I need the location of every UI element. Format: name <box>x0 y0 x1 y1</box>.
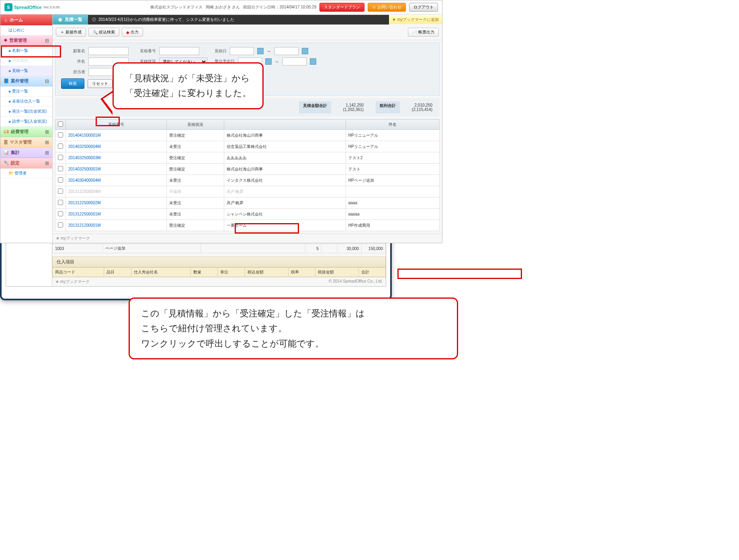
nav-master[interactable]: 🗄マスタ管理⊞ <box>0 137 52 148</box>
nav-home[interactable]: ⌂ホーム <box>0 14 52 25</box>
table-row[interactable]: 2013122500004M 不採用 具戸 帆夢 <box>55 186 440 197</box>
cell-price: 30,000 <box>338 244 362 253</box>
nav-invoices[interactable]: ◆ 請求一覧(入金状況) <box>0 117 52 127</box>
cell-customer: 株式会社海山川商事 <box>224 164 346 175</box>
pcol-code: 商品コード <box>53 268 104 277</box>
nav-orders[interactable]: ◆ 受注一覧 <box>0 86 52 96</box>
row-checkbox[interactable] <box>58 177 63 183</box>
input-date-from[interactable] <box>230 47 254 55</box>
total-gross-label: 粗利合計 <box>376 101 400 113</box>
pcol-tax-inc: 税込金額 <box>245 268 288 277</box>
contact-button[interactable]: ☆ お問い合わせ <box>368 3 406 12</box>
nav-admin[interactable]: 📁 管理者 <box>0 168 52 178</box>
callout-status-changed: 「見積状況」が「未受注」から 「受注確定」に変わりました。 <box>113 62 264 109</box>
calendar-icon[interactable] <box>265 58 272 65</box>
new-button[interactable]: ＋ 新規作成 <box>56 28 86 37</box>
purchase-items-table: 商品コード 品目 仕入先会社名 数量 単位 税込金額 税率 税抜金額 合計 <box>52 267 386 277</box>
cell-status: 受注確定 <box>167 220 224 231</box>
cell-subject: テスト <box>346 164 439 175</box>
bookmark-button[interactable]: ★myブックマークに追加 <box>389 15 442 24</box>
report-button[interactable]: 📄 帳票出力 <box>408 28 439 37</box>
book-icon: 📘 <box>4 78 9 84</box>
col-subject[interactable]: 件名 <box>346 119 439 130</box>
cell-customer: 信玄薬品工業株式会社 <box>224 141 346 152</box>
cell-subject: HPリニューアル <box>346 141 439 152</box>
input-customer[interactable] <box>88 47 129 55</box>
row-checkbox[interactable] <box>58 155 63 160</box>
cell-qty: 5 <box>305 244 321 253</box>
chart-icon: 📊 <box>4 150 9 155</box>
cell-status: 未受注 <box>167 175 224 186</box>
nav-settings[interactable]: 🔧設定⊞ <box>0 158 52 168</box>
reset-button[interactable]: リセット <box>88 79 113 88</box>
purchase-items-section: 仕入項目 <box>52 256 386 267</box>
input-order-to[interactable] <box>282 57 307 66</box>
cell-status: 未受注 <box>167 141 224 152</box>
nav-sales[interactable]: ❖営業管理⊟ <box>0 35 52 46</box>
total-gross: 2,010,250 <box>415 103 433 107</box>
row-checkbox[interactable] <box>58 144 63 149</box>
table-row[interactable]: 2013122500001M 未受注 シャンペン株式会社 aaaaa <box>55 209 440 220</box>
star-icon: ★ <box>392 17 396 22</box>
nav-projects[interactable]: 📘案件管理⊟ <box>0 76 52 86</box>
col-status[interactable]: 見積状況 <box>167 119 224 130</box>
nav-unpurchased[interactable]: ◆ 未発注仕入一覧 <box>0 96 52 107</box>
table-row[interactable]: 2014030400004M 未受注 インタクス株式会社 HPページ追加 <box>55 175 440 186</box>
page-title: ◉見積一覧 <box>53 14 88 25</box>
table-row[interactable]: 2014032500003M 受注確定 あああああ テスト2 <box>55 152 440 164</box>
nav-quotes[interactable]: ◆ 見積一覧 <box>0 66 52 76</box>
nav-cards[interactable]: ◆ 名刺一覧 <box>0 46 52 56</box>
app1-header: S SpreadOffice Ver.3.5.05 株式会社スプレッドオフィス … <box>0 0 442 14</box>
calendar-icon[interactable] <box>302 48 308 54</box>
expand-icon: ⊞ <box>45 160 49 166</box>
col-customer[interactable] <box>224 119 346 130</box>
cell-customer: インタクス株式会社 <box>224 175 346 186</box>
logout-button[interactable]: ログアウト <box>409 3 438 12</box>
info-icon: ⓘ <box>92 17 96 23</box>
calendar-icon[interactable] <box>257 48 264 54</box>
last-login: 前回ログイン日時：2014/04/17 10:05:29 <box>243 4 316 10</box>
nav-expense[interactable]: 💴経費管理⊞ <box>0 127 52 137</box>
row-checkbox[interactable] <box>58 132 63 137</box>
search-button[interactable]: 検索 <box>61 78 84 89</box>
calendar-icon[interactable] <box>310 58 316 65</box>
label-customer: 顧客名 <box>61 48 85 54</box>
input-quote-no[interactable] <box>159 47 199 55</box>
select-all-checkbox[interactable] <box>58 121 63 127</box>
money-icon: 💴 <box>4 129 9 134</box>
cell-customer: 具戸 帆夢 <box>224 186 346 197</box>
row-checkbox[interactable] <box>58 211 63 216</box>
expand-icon: ⊞ <box>45 150 49 156</box>
main-content: ◉見積一覧 ⓘ2014/3/23 4月1日からの消費税率変更に伴って、システム変… <box>53 14 442 243</box>
table-row[interactable]: 2013122500002M 未受注 具戸 帆夢 aaaa <box>55 197 440 209</box>
expand-icon: ⊞ <box>45 139 49 145</box>
row-checkbox[interactable] <box>58 189 63 194</box>
cell-unit <box>321 244 338 253</box>
output-button[interactable]: ◆出力 <box>122 28 143 37</box>
db-icon: 🗄 <box>4 140 8 145</box>
footer-bookmark[interactable]: ★ myブックマーク <box>55 279 90 285</box>
logo: S SpreadOffice Ver.3.5.05 <box>4 3 60 11</box>
user-name: 岡崎 おかざき さん <box>206 4 240 10</box>
cell-subject: HPリニューアル <box>346 130 439 141</box>
total-amount: 1,142,250 <box>346 103 364 107</box>
table-row[interactable]: 2014041500001M 受注確定 株式会社海山川商事 HPリニューアル <box>55 130 440 141</box>
row-checkbox[interactable] <box>58 166 63 171</box>
col-quote-no[interactable]: 見積番号 <box>66 119 167 130</box>
row-checkbox[interactable] <box>58 222 63 228</box>
table-row[interactable]: 2014032500001M 受注確定 株式会社海山川商事 テスト <box>55 164 440 175</box>
footer-bookmark[interactable]: ★ myブックマーク <box>56 236 90 241</box>
table-row[interactable]: 2013121200001M 受注確定 一番ホーム HP作成費用 <box>55 220 440 231</box>
input-date-to[interactable] <box>274 47 299 55</box>
row-checkbox[interactable] <box>58 200 63 205</box>
nav-intro[interactable]: はじめに <box>0 25 52 35</box>
narrow-search-button[interactable]: 🔍 絞込検索 <box>88 28 119 37</box>
cell-name: ページ追加 <box>102 244 201 253</box>
nav-history[interactable]: ◆ 商談履歴 <box>0 56 52 66</box>
nav-aggregate[interactable]: 📊集計⊞ <box>0 148 52 158</box>
total-amount-tax: (1,202,361) <box>343 107 364 112</box>
table-row[interactable]: 2014032500004M 未受注 信玄薬品工業株式会社 HPリニューアル <box>55 141 440 152</box>
total-amount-label: 見積金額合計 <box>299 101 331 113</box>
pcol-qty: 数量 <box>191 268 218 277</box>
nav-purchase-orders[interactable]: ◆ 発注一覧(出金状況) <box>0 107 52 117</box>
